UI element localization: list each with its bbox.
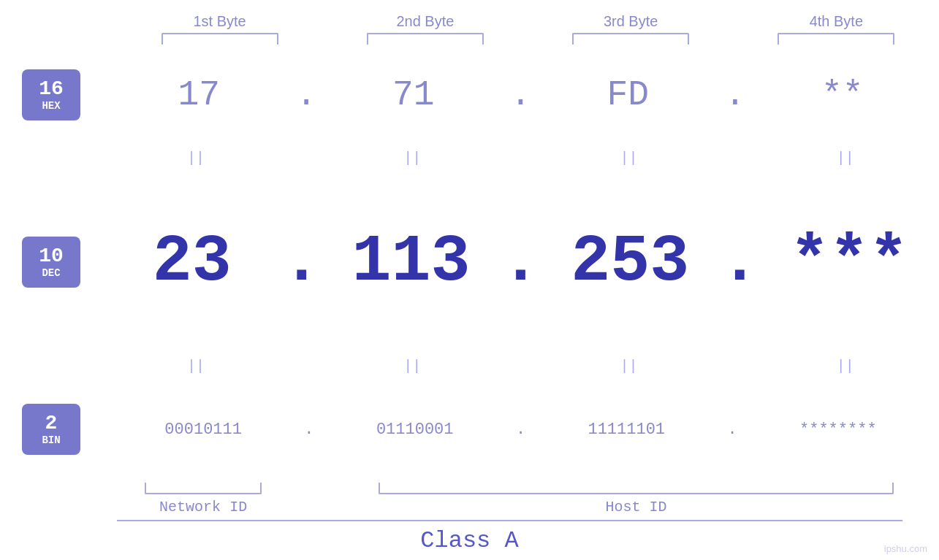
dec-b2: 113 bbox=[322, 225, 501, 299]
byte1-header: 1st Byte bbox=[117, 13, 322, 30]
network-id-label: Network ID bbox=[159, 499, 247, 515]
bracket-b3 bbox=[572, 33, 689, 45]
eq-b1-2: || bbox=[102, 358, 289, 375]
hex-b3: FD bbox=[531, 75, 725, 115]
hex-b1: 17 bbox=[102, 75, 296, 115]
hex-b4: ** bbox=[745, 75, 939, 115]
dec-b4: *** bbox=[759, 225, 939, 299]
eq-b1-1: || bbox=[102, 150, 289, 166]
eq-b3-2: || bbox=[536, 358, 723, 375]
eq-b3-1: || bbox=[536, 150, 723, 166]
eq-b2-1: || bbox=[319, 150, 506, 166]
hex-dot-2: . bbox=[510, 75, 531, 115]
hex-dot-1: . bbox=[296, 75, 317, 115]
top-brackets bbox=[0, 33, 939, 45]
bin-b3: 11111101 bbox=[525, 421, 727, 439]
bin-dot-2: . bbox=[516, 421, 525, 439]
dec-badge: 10 DEC bbox=[22, 237, 80, 288]
dec-dot-1: . bbox=[282, 225, 322, 299]
byte4-header: 4th Byte bbox=[734, 13, 939, 30]
bracket-b4 bbox=[778, 33, 894, 45]
dec-b3: 253 bbox=[541, 225, 721, 299]
main-container: 1st Byte 2nd Byte 3rd Byte 4th Byte 16 H… bbox=[0, 0, 939, 560]
bin-dot-1: . bbox=[304, 421, 313, 439]
eq-b4-2: || bbox=[752, 358, 939, 375]
eq-b4-1: || bbox=[752, 150, 939, 166]
dec-dot-3: . bbox=[720, 225, 759, 299]
bin-b4: ******** bbox=[737, 421, 939, 439]
eq-b2-2: || bbox=[319, 358, 506, 375]
host-id-label: Host ID bbox=[606, 499, 667, 515]
hex-dot-3: . bbox=[725, 75, 746, 115]
dec-b1: 23 bbox=[102, 225, 282, 299]
bracket-b1 bbox=[161, 33, 278, 45]
network-id-bracket bbox=[145, 483, 262, 494]
bin-badge: 2 BIN bbox=[22, 404, 80, 455]
hex-b2: 71 bbox=[316, 75, 510, 115]
byte-headers: 1st Byte 2nd Byte 3rd Byte 4th Byte bbox=[0, 13, 939, 30]
bin-b2: 01110001 bbox=[314, 421, 516, 439]
dec-dot-2: . bbox=[501, 225, 540, 299]
class-label: Class A bbox=[420, 527, 518, 554]
watermark: ipshu.com bbox=[884, 543, 927, 554]
byte3-header: 3rd Byte bbox=[528, 13, 734, 30]
bin-dot-3: . bbox=[727, 421, 737, 439]
byte2-header: 2nd Byte bbox=[322, 13, 528, 30]
hex-badge: 16 HEX bbox=[22, 69, 80, 120]
host-id-bracket bbox=[379, 483, 893, 494]
bracket-b2 bbox=[367, 33, 484, 45]
class-bracket-line bbox=[117, 520, 902, 521]
bin-b1: 00010111 bbox=[102, 421, 304, 439]
